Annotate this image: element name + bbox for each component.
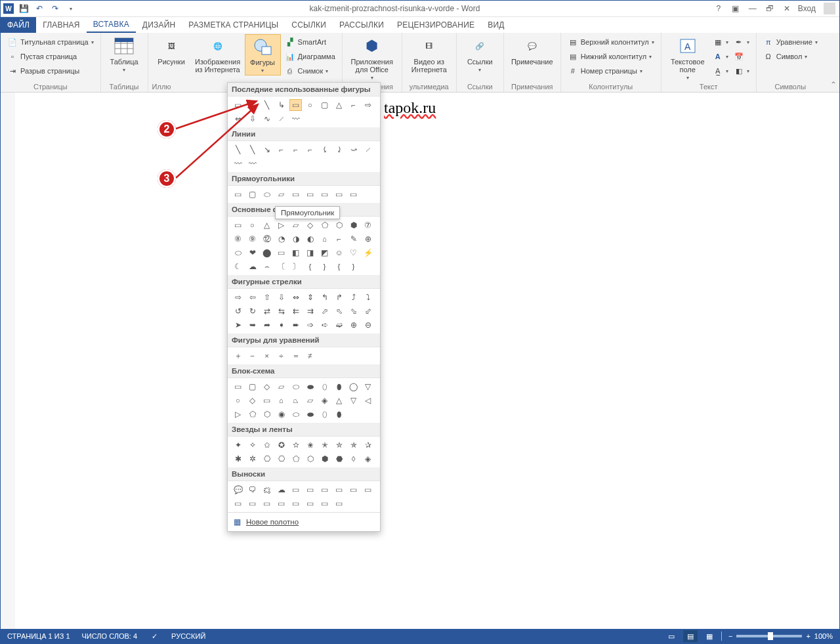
tab-home[interactable]: ГЛАВНАЯ: [36, 17, 86, 33]
office-apps-button[interactable]: ⬢Приложения для Office▾: [346, 34, 398, 82]
shape-row-basic-0-icon[interactable]: ▭: [232, 219, 244, 231]
shape-row-basic-2-icon[interactable]: △: [261, 219, 273, 231]
shape-multiply-icon[interactable]: ×: [261, 350, 273, 362]
shape-rect9-icon[interactable]: ▭: [347, 188, 360, 200]
shape-row-arrows-3-icon[interactable]: ⇩: [275, 291, 287, 303]
shape-freeform2-icon[interactable]: ⟋: [362, 144, 374, 156]
zoom-out-icon[interactable]: −: [728, 632, 732, 640]
tab-design[interactable]: ДИЗАЙН: [136, 17, 182, 33]
shape-row-call-11-icon[interactable]: ▭: [246, 498, 259, 509]
shape-row-flow-3-icon[interactable]: ▱: [275, 381, 287, 393]
shape-row-stars-3-icon[interactable]: ✪: [275, 439, 287, 451]
shape-row-basic-26-icon[interactable]: ◩: [318, 247, 331, 259]
qat-dropdown-icon[interactable]: ▾: [65, 3, 77, 14]
shape-row-flow-13-icon[interactable]: ⌂: [275, 395, 287, 406]
shape-row-flow-11-icon[interactable]: ◇: [246, 395, 259, 406]
shape-row-arrows-11-icon[interactable]: ↻: [246, 305, 259, 317]
shape-row-basic-30-icon[interactable]: ☾: [232, 261, 244, 272]
online-video-button[interactable]: 🎞Видео из Интернета: [406, 34, 452, 75]
shape-row-stars-9-icon[interactable]: ✰: [362, 439, 374, 451]
tab-file[interactable]: ФАЙЛ: [1, 17, 36, 33]
shape-connector-icon[interactable]: ↳: [275, 99, 287, 111]
shape-row-call-6-icon[interactable]: ▭: [318, 484, 331, 496]
shape-row-call-3-icon[interactable]: ☁: [275, 484, 287, 496]
shape-row-flow-26-icon[interactable]: ⬯: [318, 408, 331, 420]
shape-row-arrows-19-icon[interactable]: ⬃: [362, 305, 374, 317]
shape-row-arrows-7-icon[interactable]: ↱: [333, 291, 345, 303]
zoom-control[interactable]: − + 100%: [728, 632, 833, 640]
shape-row-flow-15-icon[interactable]: ⏥: [304, 395, 316, 406]
shape-scribble3-icon[interactable]: 〰: [246, 158, 259, 169]
help-icon[interactable]: ?: [713, 3, 724, 14]
shape-row-arrows-21-icon[interactable]: ➥: [246, 319, 259, 331]
restore-icon[interactable]: 🗗: [764, 3, 776, 14]
shape-row-arrows-8-icon[interactable]: ⤴: [347, 291, 360, 303]
shape-row-flow-22-icon[interactable]: ⬡: [261, 408, 273, 420]
shape-row-flow-17-icon[interactable]: △: [333, 395, 345, 406]
shape-oval-icon[interactable]: ○: [304, 99, 316, 111]
shape-row-basic-11-icon[interactable]: ⑨: [246, 233, 259, 245]
shape-row-stars-11-icon[interactable]: ✲: [246, 453, 259, 465]
print-layout-icon[interactable]: ▤: [683, 630, 698, 642]
shape-row-basic-22-icon[interactable]: ⬤: [261, 247, 273, 259]
collapse-ribbon-icon[interactable]: ⌃: [830, 80, 837, 89]
shape-row-stars-10-icon[interactable]: ✱: [232, 453, 244, 465]
shape-row-basic-34-icon[interactable]: 〕: [289, 261, 302, 272]
shape-row-stars-2-icon[interactable]: ✩: [261, 439, 273, 451]
redo-icon[interactable]: ↷: [49, 3, 61, 14]
smartart-button[interactable]: ▞SmartArt: [282, 35, 338, 49]
shape-row-arrows-23-icon[interactable]: ➧: [275, 319, 287, 331]
equation-button[interactable]: πУравнение▾: [761, 35, 820, 49]
shape-row-arrows-2-icon[interactable]: ⇧: [261, 291, 273, 303]
shape-rect2-icon[interactable]: ▢: [246, 188, 259, 200]
shape-row-basic-21-icon[interactable]: ❤: [246, 247, 259, 259]
shape-row-flow-25-icon[interactable]: ⬬: [304, 408, 316, 420]
wordart-button[interactable]: A▾: [710, 50, 731, 63]
shape-scribble-icon[interactable]: 〰: [289, 113, 302, 125]
shape-row-arrows-24-icon[interactable]: ➨: [289, 319, 302, 331]
shape-row-basic-14-icon[interactable]: ◑: [289, 233, 302, 245]
shape-row-flow-5-icon[interactable]: ⬬: [304, 381, 316, 393]
shape-row-arrows-27-icon[interactable]: ➫: [333, 319, 345, 331]
shape-row-call-9-icon[interactable]: ▭: [362, 484, 374, 496]
shape-arrow-leftright-icon[interactable]: ⇔: [232, 113, 244, 125]
shape-arrow-right-icon[interactable]: ⇨: [362, 99, 374, 111]
shape-row-arrows-25-icon[interactable]: ➩: [304, 319, 316, 331]
status-language[interactable]: РУССКИЙ: [171, 632, 205, 640]
shape-row-stars-7-icon[interactable]: ✮: [333, 439, 345, 451]
shape-row-arrows-9-icon[interactable]: ⤵: [362, 291, 374, 303]
zoom-in-icon[interactable]: +: [806, 632, 810, 640]
shape-row-call-15-icon[interactable]: ▭: [304, 498, 316, 509]
shape-row-arrows-18-icon[interactable]: ⬂: [347, 305, 360, 317]
shape-row-stars-16-icon[interactable]: ⬢: [318, 453, 331, 465]
shape-row-basic-31-icon[interactable]: ☁: [246, 261, 259, 272]
shape-row-stars-19-icon[interactable]: ◈: [362, 453, 374, 465]
shape-line-c-icon[interactable]: ↘: [261, 144, 273, 156]
shape-line2-icon[interactable]: ╲: [261, 99, 273, 111]
shape-row-stars-1-icon[interactable]: ✧: [246, 439, 259, 451]
shape-minus-icon[interactable]: −: [246, 350, 259, 362]
shape-row-basic-12-icon[interactable]: ⑫: [261, 233, 273, 245]
shape-curve-a-icon[interactable]: ⤹: [318, 144, 331, 156]
shape-row-stars-12-icon[interactable]: ⎔: [261, 453, 273, 465]
shape-row-basic-29-icon[interactable]: ⚡: [362, 247, 374, 259]
shape-elbow-icon[interactable]: ⌐: [275, 144, 287, 156]
table-button[interactable]: Таблица▾: [105, 34, 144, 74]
shape-row-arrows-0-icon[interactable]: ⇨: [232, 291, 244, 303]
dropcap-button[interactable]: A̲▾: [710, 64, 731, 77]
shape-row-flow-27-icon[interactable]: ⬮: [333, 408, 345, 420]
shape-row-flow-23-icon[interactable]: ◉: [275, 408, 287, 420]
shape-row-stars-14-icon[interactable]: ⬠: [289, 453, 302, 465]
shape-curve-c-icon[interactable]: ⤻: [347, 144, 360, 156]
status-words[interactable]: ЧИСЛО СЛОВ: 4: [82, 632, 138, 640]
shape-curve-b-icon[interactable]: ⤸: [333, 144, 345, 156]
shape-row-stars-8-icon[interactable]: ✯: [347, 439, 360, 451]
shape-row-basic-8-icon[interactable]: ⬢: [347, 219, 360, 231]
save-icon[interactable]: 💾: [18, 3, 30, 14]
minimize-icon[interactable]: —: [747, 3, 759, 14]
symbol-button[interactable]: ΩСимвол▾: [761, 50, 820, 63]
shape-row-basic-37-icon[interactable]: {: [333, 261, 345, 272]
shape-row-basic-23-icon[interactable]: ▭: [275, 247, 287, 259]
quickparts-button[interactable]: ▦▾: [710, 35, 731, 49]
shape-elbow3-icon[interactable]: ⌐: [304, 144, 316, 156]
